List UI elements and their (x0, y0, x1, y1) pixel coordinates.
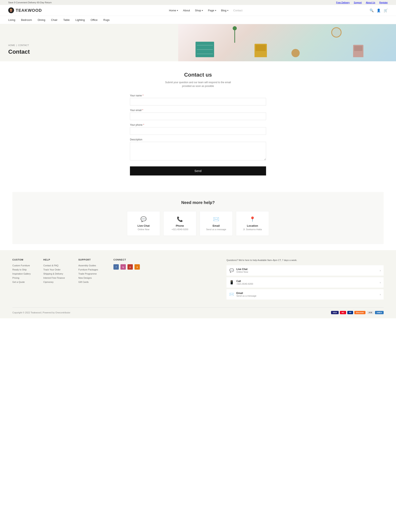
help-card-livechat[interactable]: 💬 Live Chat Online Now (127, 211, 160, 236)
footer-shipping[interactable]: Shipping & Delivery (43, 273, 70, 275)
mastercard-badge: MC (340, 311, 346, 314)
cat-office[interactable]: Office (91, 18, 98, 21)
pinterest-icon[interactable]: p (128, 264, 133, 270)
footer-cipmoney[interactable]: Cipmoney (43, 281, 70, 283)
footer-email-item[interactable]: ✉️ Email Send us a message › (227, 289, 384, 299)
nav-home[interactable]: Home (169, 9, 178, 12)
description-field-group: Description (130, 138, 266, 161)
footer-call-item[interactable]: 📱 Call +021-6540-9200 › (227, 277, 384, 287)
footer-livechat-info: Live Chat Online Now (236, 268, 248, 273)
description-textarea[interactable] (130, 142, 266, 160)
footer-custom-furniture[interactable]: Custom Furniture (12, 264, 35, 267)
footer-email-sub: Send us a message (236, 295, 256, 297)
help-card-phone[interactable]: 📞 Phone +021-6540-9200 (163, 211, 196, 236)
phone-title: Phone (168, 224, 192, 227)
footer-pricing[interactable]: Pricing (12, 277, 35, 279)
footer-bottom: Copyright © 2022 Teakwood | Powered by O… (12, 307, 384, 314)
footer-copyright: Copyright © 2022 Teakwood | Powered by O… (12, 311, 70, 314)
footer-email-left: ✉️ Email Send us a message (229, 292, 256, 297)
description-label: Description (130, 138, 266, 141)
cat-table[interactable]: Table (63, 18, 70, 21)
footer-contact-faq[interactable]: Contact & FAQ (43, 264, 70, 267)
livechat-icon: 💬 (131, 216, 156, 222)
location-title: Location (240, 224, 265, 227)
social-icons: f ig p a (113, 264, 218, 270)
cat-living[interactable]: Living (8, 18, 15, 21)
category-nav: Living Bedroom Dining Chair Table Lighti… (0, 16, 396, 24)
search-icon[interactable]: 🔍 (370, 8, 374, 12)
nav-about[interactable]: About (183, 9, 190, 12)
footer-inspiration-gallery[interactable]: Inspiration Gallery (12, 273, 35, 275)
footer-help-col: HELP Contact & FAQ Track Your Order Ship… (43, 258, 70, 301)
help-card-location[interactable]: 📍 Location Jl. Soekarno-Hatta (236, 211, 269, 236)
help-cards: 💬 Live Chat Online Now 📞 Phone +021-6540… (18, 211, 378, 236)
footer-custom-heading: CUSTOM (12, 258, 35, 261)
user-icon[interactable]: 👤 (377, 8, 381, 12)
top-bar-right: Free Delivery Support About Us Register (336, 1, 388, 4)
logo-text: TEAKWOOD (16, 8, 42, 13)
help-section: Need more help? 💬 Live Chat Online Now 📞… (12, 192, 384, 244)
footer-ready-to-ship[interactable]: Ready to Ship (12, 268, 35, 271)
footer-get-quote[interactable]: Get a Quote (12, 281, 35, 283)
footer-custom-col: CUSTOM Custom Furniture Ready to Ship In… (12, 258, 35, 301)
support-link[interactable]: Support (354, 1, 362, 4)
register-link[interactable]: Register (379, 1, 388, 4)
breadcrumb: HOME | CONTACT (8, 44, 170, 47)
footer-call-left: 📱 Call +021-6540-9200 (229, 280, 253, 285)
help-card-email[interactable]: ✉️ Email Send us a message (200, 211, 233, 236)
instagram-icon[interactable]: ig (120, 264, 126, 270)
jcb-badge: JCB (367, 311, 374, 314)
free-delivery-link[interactable]: Free Delivery (336, 1, 349, 4)
breadcrumb-contact: CONTACT (18, 44, 29, 47)
footer-gift-cards[interactable]: Gift Cards (78, 281, 105, 283)
amex-badge: AMEX (375, 311, 384, 314)
phone-icon: 📞 (168, 216, 192, 222)
nav-contact[interactable]: Contact (233, 9, 243, 12)
email-label: Your email * (130, 109, 266, 112)
logo[interactable]: 🪵 TEAKWOOD (8, 7, 42, 13)
logo-icon: 🪵 (8, 7, 14, 13)
main-nav: Home About Shop Page Blog Contact (169, 9, 242, 12)
email-input[interactable] (130, 113, 266, 120)
footer-livechat-title: Live Chat (236, 268, 248, 271)
footer-trade-programme[interactable]: Trade Programme (78, 273, 105, 275)
footer-support-title: Questions? We're here to help Available … (227, 258, 384, 262)
footer-interest-free[interactable]: Interest Free Finance (43, 277, 70, 279)
footer-track-order[interactable]: Track Your Order (43, 268, 70, 271)
nav-blog[interactable]: Blog (221, 9, 228, 12)
footer-new-designs[interactable]: New Designs (78, 277, 105, 279)
furniture-illustration (178, 24, 396, 61)
nav-page[interactable]: Page (208, 9, 216, 12)
footer-livechat-icon: 💬 (229, 268, 234, 273)
facebook-icon[interactable]: f (113, 264, 119, 270)
footer-assembly-guides[interactable]: Assembly Guides (78, 264, 105, 267)
breadcrumb-home[interactable]: HOME (8, 44, 15, 47)
contact-form-section: Contact us Submit your question and our … (126, 61, 270, 186)
footer-connect-heading: CONNECT (113, 258, 218, 261)
email-sub: Send us a message (204, 228, 228, 231)
footer-livechat-item[interactable]: 💬 Live Chat Online Now › (227, 265, 384, 276)
send-button[interactable]: Send (130, 166, 266, 175)
cart-icon[interactable]: 🛒 (384, 8, 388, 12)
name-input[interactable] (130, 98, 266, 106)
cat-lighting[interactable]: Lighting (76, 18, 85, 21)
amazon-icon[interactable]: a (134, 264, 140, 270)
footer-support-col: SUPPORT Assembly Guides Furniture Packag… (78, 258, 105, 301)
phone-input[interactable] (130, 127, 266, 135)
cat-dining[interactable]: Dining (38, 18, 45, 21)
nav-shop[interactable]: Shop (195, 9, 203, 12)
footer-call-sub: +021-6540-9200 (236, 283, 253, 285)
footer-furniture-packages[interactable]: Furniture Packages (78, 268, 105, 271)
footer-connect-col: CONNECT f ig p a (113, 258, 218, 301)
livechat-chevron: › (380, 269, 381, 272)
cat-bedroom[interactable]: Bedroom (21, 18, 32, 21)
cat-rugs[interactable]: Rugs (103, 18, 110, 21)
table-illustration (291, 49, 300, 57)
name-label: Your name * (130, 94, 266, 97)
page-title: Contact (8, 48, 170, 55)
about-us-link[interactable]: About Us (366, 1, 375, 4)
email-field-group: Your email * (130, 109, 266, 120)
footer: CUSTOM Custom Furniture Ready to Ship In… (0, 250, 396, 318)
plant-illustration (233, 26, 237, 43)
cat-chair[interactable]: Chair (51, 18, 58, 21)
